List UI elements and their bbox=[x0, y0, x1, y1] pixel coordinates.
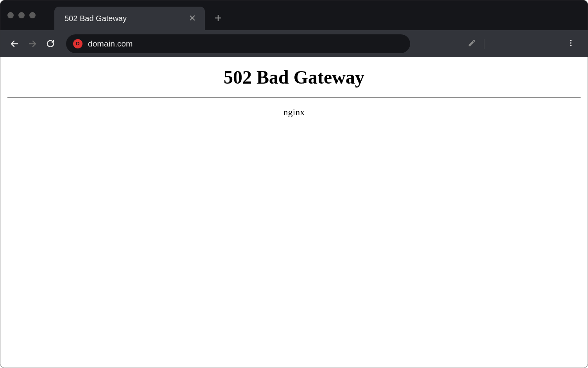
edit-icon[interactable] bbox=[468, 39, 476, 49]
forward-button[interactable] bbox=[25, 37, 39, 51]
page-content: 502 Bad Gateway nginx bbox=[0, 57, 588, 368]
back-button[interactable] bbox=[7, 37, 22, 51]
svg-point-0 bbox=[570, 39, 572, 41]
close-window-button[interactable] bbox=[7, 12, 14, 18]
toolbar-right bbox=[468, 39, 484, 49]
address-bar[interactable]: D domain.com bbox=[66, 34, 410, 53]
minimize-window-button[interactable] bbox=[18, 12, 25, 18]
reload-button[interactable] bbox=[43, 37, 57, 51]
svg-point-2 bbox=[570, 45, 572, 46]
site-favicon-icon: D bbox=[73, 39, 82, 48]
browser-toolbar: D domain.com bbox=[0, 30, 588, 57]
close-tab-icon[interactable] bbox=[188, 13, 197, 24]
url-text: domain.com bbox=[88, 39, 133, 48]
tab-bar: 502 Bad Gateway bbox=[0, 0, 588, 30]
browser-tab[interactable]: 502 Bad Gateway bbox=[54, 7, 205, 30]
toolbar-separator bbox=[484, 39, 484, 49]
browser-menu-button[interactable] bbox=[566, 39, 575, 49]
server-name: nginx bbox=[7, 107, 581, 118]
horizontal-rule bbox=[7, 97, 581, 98]
error-heading: 502 Bad Gateway bbox=[7, 66, 581, 88]
maximize-window-button[interactable] bbox=[29, 12, 36, 18]
browser-chrome: 502 Bad Gateway bbox=[0, 0, 588, 57]
window-controls bbox=[7, 12, 36, 18]
tab-title: 502 Bad Gateway bbox=[65, 14, 127, 23]
svg-point-1 bbox=[570, 42, 572, 44]
new-tab-button[interactable] bbox=[214, 13, 222, 23]
